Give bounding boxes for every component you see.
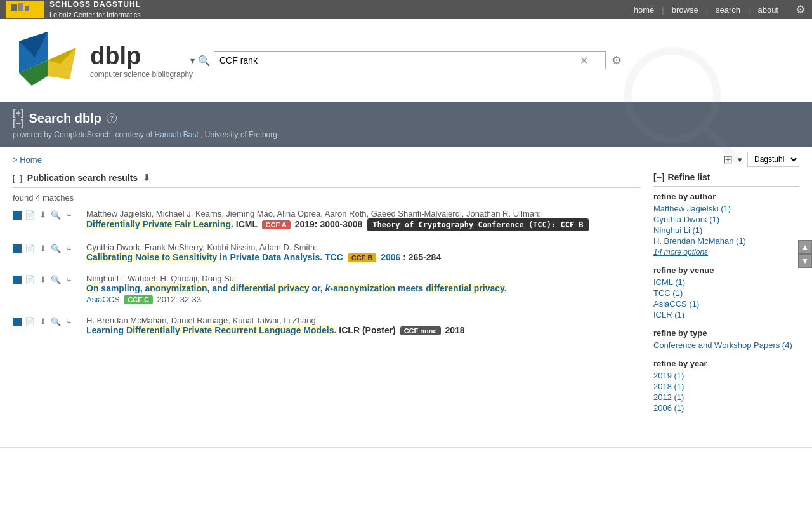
pub-authors: Cynthia Dwork, Frank McSherry, Kobbi Nis… — [86, 243, 641, 252]
banner-title: [+][−] Search dblp ? — [13, 108, 799, 128]
pub-title: Calibrating Noise to Sensitivity in Priv… — [86, 252, 641, 262]
nav-links: home | browse | search | about — [626, 5, 786, 15]
refine-year-title: refine by year — [653, 359, 799, 368]
pub-results-header: [−] Publication search results ⬇ — [13, 172, 641, 188]
pub-share-icon[interactable]: ⤷ — [64, 244, 74, 253]
refine-venue-item[interactable]: ICLR (1) — [653, 310, 799, 319]
refine-author-item[interactable]: Cynthia Dwork (1) — [653, 215, 799, 224]
nav-home[interactable]: home — [626, 5, 662, 15]
pub-tcc-link[interactable]: TCC — [325, 252, 346, 262]
search-type-dropdown[interactable]: ▾ — [190, 55, 195, 65]
expand-icon[interactable]: [+][−] — [13, 108, 24, 128]
breadcrumb-home[interactable]: > Home — [13, 155, 42, 164]
pub-title-link[interactable]: Calibrating Noise to Sensitivity in Priv… — [86, 252, 322, 262]
footer — [0, 447, 812, 460]
pub-bibtex-icon[interactable]: 📄 — [23, 210, 36, 220]
refine-venue-item[interactable]: ICML (1) — [653, 277, 799, 287]
refine-by-type: refine by type Conference and Workshop P… — [653, 328, 799, 350]
pub-title: Differentially Private Fair Learning. IC… — [86, 218, 641, 231]
pub-title-link[interactable]: On sampling, anonymization, and differen… — [86, 283, 507, 293]
collapse-results-button[interactable]: [−] — [13, 173, 22, 183]
ccf-badge: CCF A — [262, 220, 291, 229]
refine-author-item[interactable]: H. Brendan McMahan (1) — [653, 236, 799, 246]
pub-title-link[interactable]: Differentially Private Fair Learning. — [86, 219, 233, 229]
venue-link[interactable]: AsiaCCS — [86, 295, 120, 304]
info-icon[interactable]: ? — [107, 113, 117, 123]
refine-year-item[interactable]: 2012 (1) — [653, 392, 799, 402]
pub-share-icon[interactable]: ⤷ — [64, 210, 74, 220]
pub-title: Learning Differentially Private Recurren… — [86, 325, 641, 335]
pub-search-icon[interactable]: 🔍 — [49, 317, 62, 326]
settings-icon[interactable]: ⚙ — [796, 3, 806, 17]
pub-search-icon[interactable]: 🔍 — [49, 210, 62, 220]
refine-type-item[interactable]: Conference and Workshop Papers (4) — [653, 340, 799, 350]
pub-download-icon[interactable]: ⬇ — [38, 210, 48, 220]
pub-download-icon[interactable]: ⬇ — [38, 244, 48, 253]
site-header: dblp computer science bibliography ▾ 🔍 ✕… — [0, 19, 812, 102]
pub-content: Cynthia Dwork, Frank McSherry, Kobbi Nis… — [86, 243, 641, 262]
clear-search-button[interactable]: ✕ — [580, 55, 588, 67]
pub-bibtex-icon[interactable]: 📄 — [23, 275, 36, 284]
logo-subtitle: computer science bibliography — [90, 70, 193, 79]
pub-type-indicator — [13, 318, 22, 326]
nav-browse[interactable]: browse — [664, 5, 706, 15]
refine-author-item[interactable]: Ninghui Li (1) — [653, 225, 799, 235]
pub-share-icon[interactable]: ⤷ — [64, 275, 74, 284]
author-link[interactable]: Hannah Bast — [154, 130, 198, 139]
pub-search-icon[interactable]: 🔍 — [49, 244, 62, 253]
refine-year-item[interactable]: 2006 (1) — [653, 403, 799, 413]
pub-bibtex-icon[interactable]: 📄 — [23, 317, 36, 326]
dblp-logo — [13, 29, 82, 92]
dagstuhl-logo-area: SCHLOSS DAGSTUHL Leibniz Center for Info… — [6, 0, 141, 19]
pub-meta: AsiaCCS CCF C 2012: 32-33 — [86, 295, 641, 304]
tcc-tooltip: Theory of Cryptography Conference (TCC):… — [367, 218, 588, 231]
pub-share-icon[interactable]: ⤷ — [64, 317, 74, 326]
results-area: [−] Publication search results ⬇ found 4… — [0, 172, 812, 422]
search-icon: 🔍 — [198, 55, 211, 67]
pub-type-indicator — [13, 276, 22, 284]
refine-author-item[interactable]: Matthew Jagielski (1) — [653, 204, 799, 213]
search-input[interactable] — [214, 51, 606, 69]
pub-download-icon[interactable]: ⬇ — [38, 275, 48, 284]
stack-icon: ⊞ — [723, 152, 733, 166]
svg-rect-2 — [25, 6, 29, 11]
pub-authors: Matthew Jagielski, Michael J. Kearns, Ji… — [86, 209, 641, 218]
advanced-search-icon[interactable]: ⚙ — [612, 53, 622, 67]
nav-about[interactable]: about — [750, 5, 786, 15]
ccf-badge: CCF B — [348, 253, 377, 262]
refine-venue-title: refine by venue — [653, 265, 799, 275]
collapse-refine-button[interactable]: [−] — [653, 172, 665, 182]
dagstuhl-select[interactable]: Dagstuhl — [747, 152, 799, 167]
svg-rect-1 — [18, 3, 23, 11]
pub-year: 2019: 3000-3008 — [295, 219, 363, 229]
download-results-icon[interactable]: ⬇ — [143, 172, 151, 184]
refine-year-item[interactable]: 2019 (1) — [653, 371, 799, 380]
pub-content: H. Brendan McMahan, Daniel Ramage, Kunal… — [86, 316, 641, 335]
pub-title-link[interactable]: Learning Differentially Private Recurren… — [86, 325, 336, 335]
refine-author-more[interactable]: 14 more options — [653, 248, 708, 257]
nav-search[interactable]: search — [708, 5, 748, 15]
pub-type-indicator — [13, 244, 22, 253]
pub-title: On sampling, anonymization, and differen… — [86, 283, 641, 293]
refine-year-item[interactable]: 2018 (1) — [653, 382, 799, 391]
pub-year-link[interactable]: 2006 — [381, 252, 400, 262]
refine-by-venue: refine by venue ICML (1) TCC (1) AsiaCCS… — [653, 265, 799, 319]
pub-header-title: Publication search results — [27, 173, 138, 183]
found-count: found 4 matches — [13, 193, 641, 203]
pub-search-icon[interactable]: 🔍 — [49, 275, 62, 284]
pub-item: 📄 ⬇ 🔍 ⤷ Ninghui Li, Wahbeh H. Qardaji, D… — [13, 274, 641, 304]
search-input-wrap: ✕ — [214, 51, 606, 69]
svg-rect-0 — [11, 4, 17, 11]
refine-venue-item[interactable]: AsiaCCS (1) — [653, 299, 799, 309]
dagstuhl-logo-box — [6, 1, 44, 18]
pub-venue: ICML — [236, 219, 260, 229]
logo-dblp-text: dblp — [90, 43, 193, 70]
pub-item-icons: 📄 ⬇ 🔍 ⤷ — [13, 274, 82, 284]
dagstuhl-select-wrap: ⊞ ▾ Dagstuhl — [723, 152, 799, 167]
pub-download-icon[interactable]: ⬇ — [38, 317, 48, 326]
pub-bibtex-icon[interactable]: 📄 — [23, 244, 36, 253]
scroll-down-button[interactable]: ▼ — [798, 254, 812, 268]
scroll-up-button[interactable]: ▲ — [798, 240, 812, 254]
refine-venue-item[interactable]: TCC (1) — [653, 288, 799, 298]
pub-type-indicator — [13, 211, 22, 220]
